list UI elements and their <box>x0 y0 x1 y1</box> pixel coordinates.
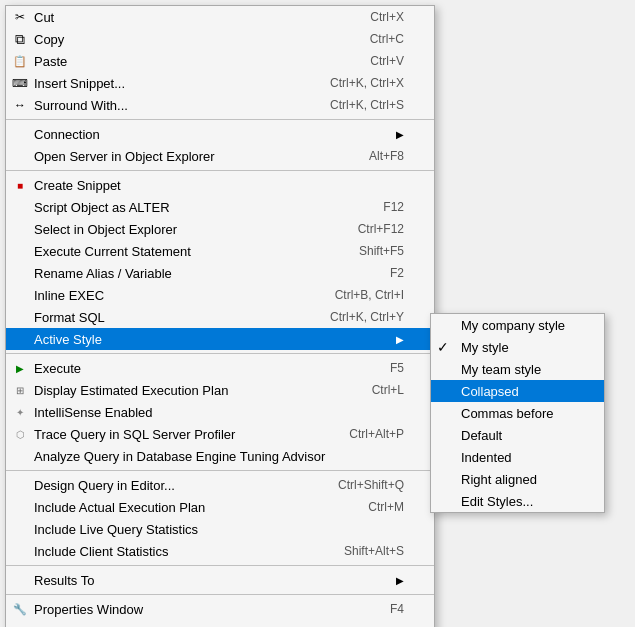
connection-arrow: ▶ <box>396 129 404 140</box>
context-menu: ✂ Cut Ctrl+X ⧉ Copy Ctrl+C 📋 Paste Ctrl+… <box>5 5 435 627</box>
commas-before-label: Commas before <box>461 406 584 421</box>
submenu-item-indented[interactable]: Indented <box>431 446 604 468</box>
inline-exec-shortcut: Ctrl+B, Ctrl+I <box>335 288 404 302</box>
menu-item-properties-window[interactable]: 🔧 Properties Window F4 <box>6 598 434 620</box>
menu-item-display-estimated[interactable]: ⊞ Display Estimated Execution Plan Ctrl+… <box>6 379 434 401</box>
default-label: Default <box>461 428 584 443</box>
open-server-label: Open Server in Object Explorer <box>34 149 339 164</box>
trace-query-icon: ⬡ <box>10 424 30 444</box>
menu-item-connection[interactable]: Connection ▶ <box>6 123 434 145</box>
copy-shortcut: Ctrl+C <box>370 32 404 46</box>
format-sql-shortcut: Ctrl+K, Ctrl+Y <box>330 310 404 324</box>
execute-icon: ▶ <box>10 358 30 378</box>
menu-item-execute[interactable]: ▶ Execute F5 <box>6 357 434 379</box>
trace-query-label: Trace Query in SQL Server Profiler <box>34 427 319 442</box>
insert-snippet-label: Insert Snippet... <box>34 76 300 91</box>
submenu-item-my-team-style[interactable]: My team style <box>431 358 604 380</box>
inline-exec-label: Inline EXEC <box>34 288 305 303</box>
include-client-label: Include Client Statistics <box>34 544 314 559</box>
menu-item-trace-query[interactable]: ⬡ Trace Query in SQL Server Profiler Ctr… <box>6 423 434 445</box>
menu-item-include-actual[interactable]: Include Actual Execution Plan Ctrl+M <box>6 496 434 518</box>
submenu-item-edit-styles[interactable]: Edit Styles... <box>431 490 604 512</box>
collapsed-label: Collapsed <box>461 384 584 399</box>
execute-shortcut: F5 <box>390 361 404 375</box>
surround-icon: ↔ <box>10 95 30 115</box>
indented-label: Indented <box>461 450 584 465</box>
right-aligned-label: Right aligned <box>461 472 584 487</box>
paste-icon: 📋 <box>10 51 30 71</box>
properties-window-label: Properties Window <box>34 602 360 617</box>
format-sql-label: Format SQL <box>34 310 300 325</box>
my-style-check: ✓ <box>437 339 449 355</box>
submenu-item-collapsed[interactable]: Collapsed <box>431 380 604 402</box>
menu-item-active-style[interactable]: Active Style ▶ <box>6 328 434 350</box>
include-actual-shortcut: Ctrl+M <box>368 500 404 514</box>
separator-4 <box>6 470 434 471</box>
intellisense-label: IntelliSense Enabled <box>34 405 404 420</box>
submenu-item-right-aligned[interactable]: Right aligned <box>431 468 604 490</box>
menu-item-select-object-explorer[interactable]: Select in Object Explorer Ctrl+F12 <box>6 218 434 240</box>
create-snippet-icon: ■ <box>10 175 30 195</box>
menu-item-copy[interactable]: ⧉ Copy Ctrl+C <box>6 28 434 50</box>
trace-query-shortcut: Ctrl+Alt+P <box>349 427 404 441</box>
paste-label: Paste <box>34 54 340 69</box>
edit-styles-label: Edit Styles... <box>461 494 584 509</box>
menu-item-inline-exec[interactable]: Inline EXEC Ctrl+B, Ctrl+I <box>6 284 434 306</box>
properties-icon: 🔧 <box>10 599 30 619</box>
menu-item-intellisense[interactable]: ✦ IntelliSense Enabled <box>6 401 434 423</box>
analyze-query-label: Analyze Query in Database Engine Tuning … <box>34 449 404 464</box>
menu-item-open-server[interactable]: Open Server in Object Explorer Alt+F8 <box>6 145 434 167</box>
menu-item-paste[interactable]: 📋 Paste Ctrl+V <box>6 50 434 72</box>
results-to-arrow: ▶ <box>396 575 404 586</box>
submenu-item-default[interactable]: Default <box>431 424 604 446</box>
menu-item-include-live[interactable]: Include Live Query Statistics <box>6 518 434 540</box>
display-estimated-label: Display Estimated Execution Plan <box>34 383 342 398</box>
display-estimated-shortcut: Ctrl+L <box>372 383 404 397</box>
my-team-style-label: My team style <box>461 362 584 377</box>
submenu-item-commas-before[interactable]: Commas before <box>431 402 604 424</box>
menu-item-cut[interactable]: ✂ Cut Ctrl+X <box>6 6 434 28</box>
menu-item-execute-current[interactable]: Execute Current Statement Shift+F5 <box>6 240 434 262</box>
insert-snippet-icon: ⌨ <box>10 73 30 93</box>
rename-alias-label: Rename Alias / Variable <box>34 266 360 281</box>
my-company-style-label: My company style <box>461 318 584 333</box>
script-object-label: Script Object as ALTER <box>34 200 353 215</box>
menu-item-surround-with[interactable]: ↔ Surround With... Ctrl+K, Ctrl+S <box>6 94 434 116</box>
open-server-shortcut: Alt+F8 <box>369 149 404 163</box>
submenu-item-my-style[interactable]: ✓ My style <box>431 336 604 358</box>
results-to-label: Results To <box>34 573 386 588</box>
select-object-explorer-label: Select in Object Explorer <box>34 222 328 237</box>
menu-item-analyze-query[interactable]: Analyze Query in Database Engine Tuning … <box>6 445 434 467</box>
menu-item-format-sql[interactable]: Format SQL Ctrl+K, Ctrl+Y <box>6 306 434 328</box>
execute-label: Execute <box>34 361 360 376</box>
active-style-arrow: ▶ <box>396 334 404 345</box>
menu-item-design-query[interactable]: Design Query in Editor... Ctrl+Shift+Q <box>6 474 434 496</box>
display-estimated-icon: ⊞ <box>10 380 30 400</box>
connection-label: Connection <box>34 127 386 142</box>
menu-item-results-to[interactable]: Results To ▶ <box>6 569 434 591</box>
insert-snippet-shortcut: Ctrl+K, Ctrl+X <box>330 76 404 90</box>
paste-shortcut: Ctrl+V <box>370 54 404 68</box>
copy-icon: ⧉ <box>10 29 30 49</box>
include-client-shortcut: Shift+Alt+S <box>344 544 404 558</box>
execute-current-shortcut: Shift+F5 <box>359 244 404 258</box>
menu-item-include-client[interactable]: Include Client Statistics Shift+Alt+S <box>6 540 434 562</box>
select-object-explorer-shortcut: Ctrl+F12 <box>358 222 404 236</box>
menu-item-script-object[interactable]: Script Object as ALTER F12 <box>6 196 434 218</box>
active-style-submenu: My company style ✓ My style My team styl… <box>430 313 605 513</box>
script-object-shortcut: F12 <box>383 200 404 214</box>
menu-item-create-snippet[interactable]: ■ Create Snippet <box>6 174 434 196</box>
create-snippet-label: Create Snippet <box>34 178 404 193</box>
design-query-label: Design Query in Editor... <box>34 478 308 493</box>
menu-item-query-options[interactable]: Query Options... <box>6 620 434 627</box>
rename-alias-shortcut: F2 <box>390 266 404 280</box>
menu-item-rename-alias[interactable]: Rename Alias / Variable F2 <box>6 262 434 284</box>
separator-1 <box>6 119 434 120</box>
submenu-item-my-company-style[interactable]: My company style <box>431 314 604 336</box>
menu-item-insert-snippet[interactable]: ⌨ Insert Snippet... Ctrl+K, Ctrl+X <box>6 72 434 94</box>
properties-window-shortcut: F4 <box>390 602 404 616</box>
separator-6 <box>6 594 434 595</box>
copy-label: Copy <box>34 32 340 47</box>
active-style-label: Active Style <box>34 332 386 347</box>
scissors-icon: ✂ <box>10 7 30 27</box>
